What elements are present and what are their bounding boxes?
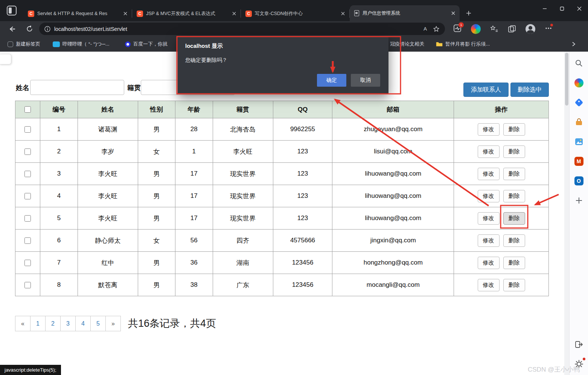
baidu-favicon xyxy=(125,41,131,47)
modify-button[interactable]: 修改 xyxy=(478,190,500,202)
page-next[interactable]: » xyxy=(105,316,121,331)
copilot-icon[interactable] xyxy=(471,24,481,34)
cell-qq: 123 xyxy=(273,207,333,230)
row-checkbox[interactable] xyxy=(24,237,31,244)
bookmark-newtab[interactable]: 新建标签页 xyxy=(8,37,40,52)
vertical-scrollbar[interactable] xyxy=(564,52,569,375)
delete-button[interactable]: 删除 xyxy=(503,190,525,202)
cancel-button[interactable]: 取消 xyxy=(351,74,380,87)
modify-button[interactable]: 修改 xyxy=(478,145,500,158)
modify-button[interactable]: 修改 xyxy=(478,212,500,225)
cell-email: lihuowang@qq.com xyxy=(332,207,454,230)
tab-close-icon[interactable] xyxy=(340,10,346,17)
row-checkbox[interactable] xyxy=(24,171,31,177)
tab-user-management-active[interactable]: 用户信息管理系统 xyxy=(350,5,460,21)
delete-button[interactable]: 删除 xyxy=(503,234,525,247)
sidebar-search-icon[interactable] xyxy=(573,58,585,69)
bookmark-folder[interactable]: 暂伴月将影 行乐须... xyxy=(436,37,490,52)
scrollbar-thumb[interactable] xyxy=(565,53,568,106)
delete-button-highlighted[interactable]: 删除 xyxy=(503,212,525,225)
tab-close-icon[interactable] xyxy=(450,10,457,17)
delete-button[interactable]: 删除 xyxy=(503,257,525,269)
cell-gender: 女 xyxy=(138,141,175,163)
sidebar-outlook-icon[interactable]: O xyxy=(573,175,585,187)
modify-button[interactable]: 修改 xyxy=(478,279,500,291)
read-aloud-icon[interactable]: A xyxy=(423,26,427,32)
select-all-checkbox[interactable] xyxy=(24,106,31,113)
cell-gender: 男 xyxy=(138,118,175,141)
sidebar-copilot-icon[interactable] xyxy=(573,77,585,89)
modify-button[interactable]: 修改 xyxy=(478,257,500,269)
row-checkbox[interactable] xyxy=(24,148,31,155)
row-checkbox[interactable] xyxy=(24,215,31,222)
browser-menu-icon[interactable] xyxy=(545,24,552,34)
tab-servlet-http[interactable]: C Servlet & HTTP & Request & Res xyxy=(23,6,132,21)
favorite-star-icon[interactable] xyxy=(433,26,440,32)
browser-essentials-icon[interactable]: 1 xyxy=(453,24,462,34)
bookmark-bilibili[interactable]: 哔哩哔哩（ °- °)つ─... xyxy=(53,37,110,52)
tab-close-icon[interactable] xyxy=(122,10,129,17)
sidebar-popout-icon[interactable] xyxy=(573,339,585,350)
modify-button[interactable]: 修改 xyxy=(478,234,500,247)
table-row: 4 李火旺 男 17 现实世界 123 lihuowang@qq.com 修改 … xyxy=(15,185,549,207)
table-row-highlighted: 5 李火旺 男 17 现实世界 123 lihuowang@qq.com 修改 … xyxy=(15,207,549,230)
modify-button[interactable]: 修改 xyxy=(478,168,500,180)
row-checkbox[interactable] xyxy=(24,282,31,288)
tab-close-icon[interactable] xyxy=(231,10,238,17)
new-tab-icon[interactable] xyxy=(463,8,474,18)
cell-gender: 男 xyxy=(138,274,175,296)
cell-age: 38 xyxy=(175,274,213,296)
sidebar-m365-icon[interactable]: M xyxy=(573,156,585,167)
cell-age: 28 xyxy=(175,118,213,141)
tab-jsp-mvc[interactable]: C JSP & MVC开发模式 & EL表达式 xyxy=(132,6,241,21)
bookmarks-overflow-icon[interactable] xyxy=(571,37,576,52)
site-info-icon[interactable] xyxy=(44,26,50,32)
tab-csdn-editor[interactable]: C 写文章-CSDN创作中心 xyxy=(241,6,349,21)
minimize-icon[interactable] xyxy=(536,0,553,17)
delete-button[interactable]: 删除 xyxy=(503,279,525,291)
page-3[interactable]: 3 xyxy=(60,316,76,331)
collections-icon[interactable] xyxy=(508,25,516,33)
page-1[interactable]: 1 xyxy=(30,316,46,331)
page-4[interactable]: 4 xyxy=(75,316,91,331)
cell-age: 17 xyxy=(175,207,213,230)
row-checkbox[interactable] xyxy=(24,260,31,266)
bilibili-favicon xyxy=(53,41,60,47)
back-icon[interactable] xyxy=(6,23,18,35)
sidebar-image-icon[interactable] xyxy=(573,136,585,147)
row-checkbox[interactable] xyxy=(24,193,31,199)
delete-button[interactable]: 删除 xyxy=(503,145,525,158)
confirm-button[interactable]: 确定 xyxy=(317,74,346,87)
workspaces-icon[interactable] xyxy=(7,6,17,15)
delete-button[interactable]: 删除 xyxy=(503,123,525,136)
cell-age: 36 xyxy=(175,252,213,274)
maximize-icon[interactable] xyxy=(553,0,571,17)
bookmark-papers[interactable]: 冠疫情论文相关 xyxy=(390,37,424,52)
cell-gender: 男 xyxy=(138,207,175,230)
delete-selected-button[interactable]: 删除选中 xyxy=(510,83,549,97)
sidebar-add-icon[interactable] xyxy=(573,195,585,206)
bookmark-baidu[interactable]: 百度一下，你就 xyxy=(125,37,168,52)
bookmark-label: 暂伴月将影 行乐须... xyxy=(445,41,490,47)
cell-id: 2 xyxy=(40,141,78,163)
favorites-list-icon[interactable] xyxy=(490,25,498,33)
add-contact-button[interactable]: 添加联系人 xyxy=(463,83,509,97)
csdn-favicon: C xyxy=(137,11,143,17)
page-prev[interactable]: « xyxy=(15,316,30,331)
delete-button[interactable]: 删除 xyxy=(503,168,525,180)
settings-update-dot xyxy=(583,358,585,360)
close-window-icon[interactable] xyxy=(571,0,588,17)
modify-button[interactable]: 修改 xyxy=(478,123,500,136)
address-bar[interactable]: localhost/test02/userListServlet A xyxy=(39,23,445,35)
cell-age: 17 xyxy=(175,185,213,207)
refresh-icon[interactable] xyxy=(23,23,35,35)
sidebar-tools-icon[interactable] xyxy=(573,116,585,128)
page-5[interactable]: 5 xyxy=(90,316,106,331)
row-checkbox[interactable] xyxy=(24,126,31,133)
page-2[interactable]: 2 xyxy=(45,316,61,331)
profile-avatar[interactable] xyxy=(526,24,535,34)
name-filter-input[interactable] xyxy=(30,80,124,95)
sidebar-shopping-tag-icon[interactable] xyxy=(573,97,585,108)
corner-widget xyxy=(0,54,11,64)
cell-qq: 123 xyxy=(273,163,333,185)
